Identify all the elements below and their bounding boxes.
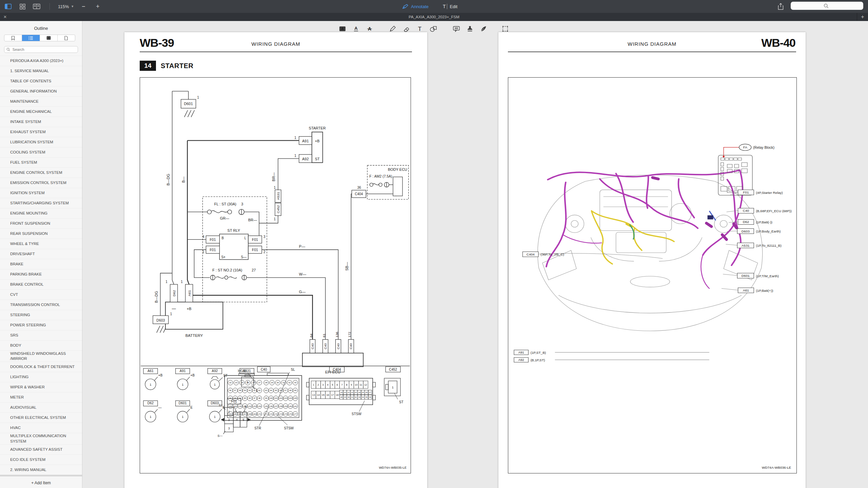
svg-text:L: L (244, 236, 246, 240)
sidebar-item[interactable]: TABLE OF CONTENTS (0, 475, 82, 476)
svg-text:57: 57 (234, 389, 236, 391)
sidebar-item[interactable]: STARTING/CHARGING SYSTEM (0, 198, 82, 208)
sidebar-item[interactable]: WIPER & WASHER (0, 382, 82, 392)
document-title: PA_AXIA_A300_2023+_FSM (0, 15, 868, 19)
svg-text:2: 2 (263, 250, 265, 254)
tab-annotations[interactable]: A (40, 35, 58, 41)
sidebar-item[interactable]: WHEEL & TYRE (0, 239, 82, 249)
svg-text:5: 5 (243, 418, 244, 422)
svg-text:A531: A531 (276, 192, 280, 200)
tab-bookmarks[interactable] (4, 35, 22, 41)
sidebar-item[interactable]: LUBRICATION SYSTEM (0, 137, 82, 147)
sidebar-item[interactable]: METER (0, 392, 82, 402)
svg-text:+B: +B (158, 373, 163, 377)
thumbnail-view-button[interactable] (18, 2, 27, 11)
running-header: WIRING DIAGRAM (124, 41, 427, 47)
sidebar-item[interactable]: ENGINE CONTROL SYSTEM (0, 167, 82, 178)
svg-text:WD74A-WB035-LE: WD74A-WB035-LE (379, 466, 407, 469)
sidebar-search-field[interactable] (4, 46, 78, 53)
sidebar-item[interactable]: EXHAUST SYSTEM (0, 127, 82, 137)
svg-text:35: 35 (366, 396, 368, 398)
edit-mode-tab[interactable]: T Edit (443, 4, 457, 9)
svg-text:3: 3 (322, 383, 324, 386)
tab-outline[interactable] (22, 35, 40, 41)
sidebar-item[interactable]: BODY (0, 340, 82, 350)
sidebar-item[interactable]: REAR SUSPENSION (0, 228, 82, 239)
svg-text:141: 141 (294, 405, 297, 407)
sidebar-item[interactable]: MAINTENANCE (0, 96, 82, 106)
stamp-tool-icon[interactable] (466, 25, 474, 33)
svg-text:3: 3 (263, 235, 265, 239)
svg-text:F01: F01 (210, 248, 216, 252)
sidebar-item[interactable]: GENERAL INFORMATION (0, 86, 82, 96)
shapes-tool-icon[interactable] (429, 25, 437, 33)
sidebar-item[interactable]: IGNITION SYSTEM (0, 188, 82, 198)
sidebar-item[interactable]: PERODUA AXIA A300 (2023+) (0, 56, 82, 66)
sidebar-item[interactable]: SRS (0, 330, 82, 340)
zoom-in-button[interactable]: + (93, 2, 102, 11)
tab-pages[interactable] (58, 35, 75, 41)
svg-text:32: 32 (355, 396, 357, 398)
sidebar-item[interactable]: FRONT SUSPENSION (0, 218, 82, 228)
sidebar-toggle-button[interactable] (3, 2, 13, 11)
note-tool-icon[interactable] (452, 25, 460, 33)
outline-list-icon (28, 36, 33, 40)
sidebar-item[interactable]: STEERING (0, 310, 82, 320)
svg-text:D62: D62 (172, 290, 176, 297)
pen-tool-icon[interactable] (479, 25, 488, 33)
add-tab-button[interactable]: + (857, 13, 868, 21)
chevron-down-icon: ▼ (71, 5, 74, 8)
svg-text:97: 97 (253, 397, 256, 399)
sidebar-item[interactable]: WINDSHIELD WINDOWGLASS /MIRROR (0, 350, 82, 362)
svg-text:139: 139 (284, 405, 288, 407)
sidebar-item[interactable]: MULTIPLEX COMMUNICATION SYSTEM (0, 433, 82, 444)
eraser-tool-icon[interactable] (402, 25, 410, 33)
strikethrough-tool-icon[interactable]: A (366, 25, 374, 33)
sidebar-item[interactable]: EMISSION CONTROL SYSTEM (0, 178, 82, 188)
annotate-mode-tab[interactable]: Annotate (402, 4, 429, 9)
sidebar-item[interactable]: HVAC (0, 423, 82, 433)
svg-text:1: 1 (274, 186, 276, 189)
sidebar-item[interactable]: BRAKE (0, 259, 82, 269)
sidebar-item[interactable]: ENGINE MECHANICAL (0, 106, 82, 117)
underline-tool-icon[interactable]: A (352, 25, 360, 33)
sidebar-item[interactable]: LIGHTING (0, 372, 82, 382)
sidebar-item[interactable]: DRIVESHAFT (0, 249, 82, 259)
sidebar-item[interactable]: AUDIOVISUAL (0, 402, 82, 412)
svg-text:36: 36 (369, 396, 371, 398)
zoom-out-button[interactable]: − (79, 2, 88, 11)
sidebar-item[interactable]: OTHER ELECTRICAL SYSTEM (0, 412, 82, 423)
add-item-button[interactable]: + Add Item (0, 481, 82, 485)
sidebar-item[interactable]: PARKING BRAKE (0, 269, 82, 279)
svg-text:B—DG: B—DG (166, 174, 170, 186)
sidebar-item[interactable]: INTAKE SYSTEM (0, 117, 82, 127)
sidebar-item[interactable]: ECO IDLE SYSTEM (0, 454, 82, 465)
sidebar-item[interactable]: FUEL SYSTEM (0, 157, 82, 167)
section-heading: 14 STARTER (140, 61, 193, 71)
sidebar-item[interactable]: 2. WIRING MANUAL (0, 465, 82, 475)
sidebar-item[interactable]: DOORLOCK & THEFT DETERRENT (0, 362, 82, 372)
pencil-tool-icon[interactable] (389, 25, 397, 33)
two-page-view-button[interactable] (32, 2, 41, 11)
select-tool-icon[interactable] (501, 25, 509, 33)
sidebar-item[interactable]: BRAKE CONTROL (0, 279, 82, 289)
sidebar-item[interactable]: 1. SERVICE MANUAL (0, 66, 82, 76)
highlight-tool-icon[interactable]: A (338, 25, 347, 33)
svg-text:170: 170 (258, 413, 261, 415)
sidebar-item[interactable]: ENGINE MOUNTING (0, 208, 82, 218)
sidebar-item[interactable]: POWER STEERING (0, 320, 82, 330)
sidebar-search-input[interactable] (12, 47, 76, 52)
global-search-input[interactable] (791, 2, 863, 10)
sidebar-item[interactable]: TABLE OF CONTENTS (0, 76, 82, 86)
share-icon[interactable] (776, 2, 785, 11)
zoom-level-control[interactable]: 115% ▼ (58, 4, 74, 9)
sidebar-item[interactable]: COOLING SYSTEM (0, 147, 82, 157)
svg-text:20: 20 (344, 391, 346, 393)
svg-text:67: 67 (284, 389, 287, 391)
sidebar-item[interactable]: TRANSMISSION CONTROL (0, 300, 82, 310)
sidebar-item[interactable]: ADVANCED SAFETY ASSIST (0, 444, 82, 454)
svg-text:A92: A92 (212, 369, 218, 373)
svg-text:27: 27 (252, 268, 256, 272)
text-tool-icon[interactable]: T (416, 25, 424, 33)
sidebar-item[interactable]: CVT (0, 289, 82, 300)
